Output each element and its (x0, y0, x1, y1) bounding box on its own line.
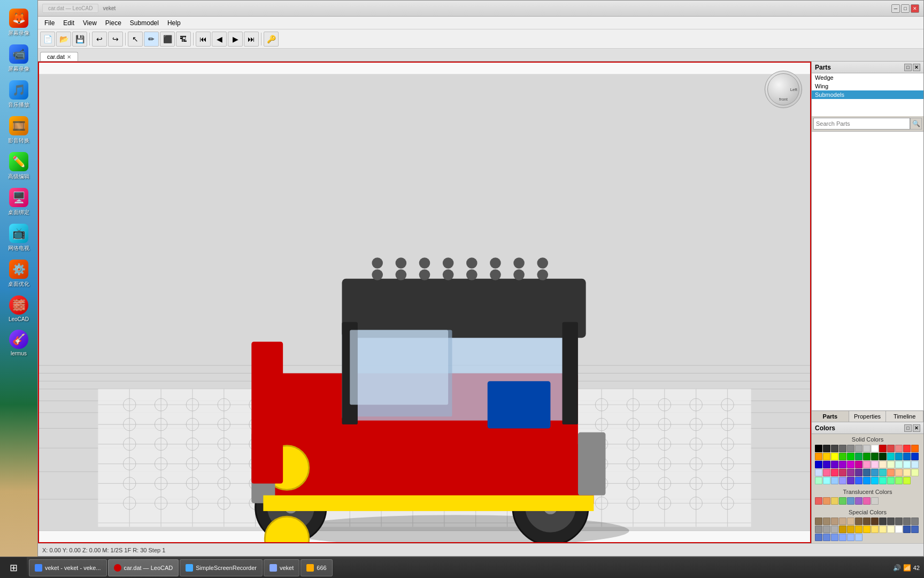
color-swatch-50[interactable] (903, 469, 911, 476)
color-swatch-30[interactable] (847, 534, 854, 541)
close-button[interactable]: ✕ (911, 4, 919, 13)
search-parts-input[interactable] (813, 118, 910, 130)
color-swatch-23[interactable] (895, 526, 903, 533)
color-swatch-17[interactable] (847, 453, 854, 460)
color-swatch-20[interactable] (871, 526, 879, 533)
color-swatch-35[interactable] (887, 461, 895, 468)
color-swatch-6[interactable] (863, 518, 871, 525)
parts-list-item-submodels[interactable]: Submodels (812, 90, 923, 99)
tab-close-button[interactable]: ✕ (67, 54, 71, 60)
color-swatch-32[interactable] (863, 461, 871, 468)
color-swatch-8[interactable] (879, 445, 887, 452)
color-swatch-21[interactable] (879, 526, 887, 533)
menu-submodel[interactable]: Submodel (126, 18, 163, 28)
color-swatch-1[interactable] (823, 497, 830, 505)
sidebar-icon-desktop[interactable]: 🖥️ 桌面绑定 (2, 185, 36, 219)
color-swatch-46[interactable] (871, 469, 879, 476)
toolbar-go-end[interactable]: ⏭ (244, 32, 259, 47)
taskbar-item-veket2[interactable]: veket (264, 559, 299, 576)
color-swatch-1[interactable] (823, 445, 830, 452)
toolbar-go-prev[interactable]: ◀ (212, 32, 227, 47)
parts-list-item-wedge[interactable]: Wedge (812, 73, 923, 82)
color-swatch-8[interactable] (879, 518, 887, 525)
color-swatch-26[interactable] (815, 534, 822, 541)
color-swatch-27[interactable] (823, 461, 830, 468)
parts-list[interactable]: Wedge Wing Submodels (812, 73, 923, 116)
color-swatch-54[interactable] (831, 477, 838, 484)
tab-properties[interactable]: Properties (849, 411, 887, 422)
other-window-label[interactable]: veket (103, 5, 116, 11)
toolbar-go-start[interactable]: ⏮ (196, 32, 211, 47)
sidebar-icon-editor[interactable]: ✏️ 高级编辑 (2, 149, 36, 184)
color-swatch-14[interactable] (823, 526, 830, 533)
toolbar-redo[interactable]: ↪ (108, 32, 123, 47)
color-swatch-23[interactable] (895, 453, 903, 460)
color-swatch-49[interactable] (895, 469, 903, 476)
parts-list-item-wing[interactable]: Wing (812, 82, 923, 90)
color-swatch-0[interactable] (815, 497, 822, 505)
color-swatch-52[interactable] (815, 477, 822, 484)
color-swatch-11[interactable] (903, 518, 911, 525)
color-swatch-11[interactable] (903, 445, 911, 452)
color-swatch-47[interactable] (879, 469, 887, 476)
color-swatch-55[interactable] (839, 477, 846, 484)
color-swatch-7[interactable] (871, 497, 879, 505)
color-swatch-42[interactable] (839, 469, 846, 476)
color-swatch-2[interactable] (831, 445, 838, 452)
toolbar-build[interactable]: 🏗 (176, 32, 191, 47)
colors-float-button[interactable]: □ (904, 424, 912, 432)
tab-cardat[interactable]: car.dat ✕ (40, 52, 78, 61)
sidebar-icon-leocad[interactable]: 🧱 LeoCAD (2, 292, 36, 325)
taskbar-start[interactable]: ⊞ (0, 557, 27, 579)
color-swatch-58[interactable] (863, 477, 871, 484)
parts-close-button[interactable]: ✕ (913, 64, 920, 71)
color-swatch-28[interactable] (831, 534, 838, 541)
sidebar-icon-optimize[interactable]: ⚙️ 桌面优化 (2, 256, 36, 291)
menu-piece[interactable]: Piece (101, 18, 126, 28)
sidebar-icon-lermus[interactable]: 🎸 lermus (2, 326, 36, 360)
toolbar-open[interactable]: 📂 (56, 32, 71, 47)
color-swatch-25[interactable] (911, 526, 919, 533)
parts-tree[interactable] (812, 132, 923, 410)
toolbar-key[interactable]: 🔑 (264, 32, 279, 47)
color-swatch-63[interactable] (903, 477, 911, 484)
parts-float-button[interactable]: □ (904, 64, 912, 71)
color-swatch-3[interactable] (839, 445, 846, 452)
color-swatch-20[interactable] (871, 453, 879, 460)
navigation-widget[interactable]: front Left (765, 71, 802, 108)
color-swatch-31[interactable] (855, 534, 863, 541)
maximize-button[interactable]: □ (901, 4, 910, 13)
toolbar-new[interactable]: 📄 (40, 32, 55, 47)
color-swatch-51[interactable] (911, 469, 919, 476)
color-swatch-5[interactable] (855, 445, 863, 452)
color-swatch-28[interactable] (831, 461, 838, 468)
color-swatch-25[interactable] (911, 453, 919, 460)
color-swatch-34[interactable] (879, 461, 887, 468)
color-swatch-26[interactable] (815, 461, 822, 468)
color-swatch-4[interactable] (847, 518, 854, 525)
color-swatch-39[interactable] (815, 469, 822, 476)
color-swatch-43[interactable] (847, 469, 854, 476)
color-swatch-5[interactable] (855, 518, 863, 525)
tab-parts[interactable]: Parts (812, 411, 849, 422)
color-swatch-31[interactable] (855, 461, 863, 468)
color-swatch-15[interactable] (831, 526, 838, 533)
taskbar-item-leocad[interactable]: car.dat — LeoCAD (108, 559, 179, 576)
color-swatch-16[interactable] (839, 453, 846, 460)
sidebar-icon-screenrecord[interactable]: 📹 屏幕录像 (2, 41, 36, 76)
sidebar-icon-videoconvert[interactable]: 🎞️ 影音转换 (2, 113, 36, 148)
taskbar-item-veket[interactable]: veket - veket - veke... (29, 559, 107, 576)
menu-view[interactable]: View (79, 18, 101, 28)
toolbar-insert[interactable]: ⬛ (160, 32, 175, 47)
color-swatch-9[interactable] (887, 518, 895, 525)
toolbar-draw[interactable]: ✏ (144, 32, 159, 47)
menu-edit[interactable]: Edit (59, 18, 79, 28)
color-swatch-56[interactable] (847, 477, 854, 484)
color-swatch-9[interactable] (887, 445, 895, 452)
minimize-button[interactable]: ─ (891, 4, 900, 13)
color-swatch-5[interactable] (855, 497, 863, 505)
color-swatch-10[interactable] (895, 518, 903, 525)
color-swatch-13[interactable] (815, 526, 822, 533)
color-swatch-3[interactable] (839, 497, 846, 505)
color-swatch-2[interactable] (831, 518, 838, 525)
